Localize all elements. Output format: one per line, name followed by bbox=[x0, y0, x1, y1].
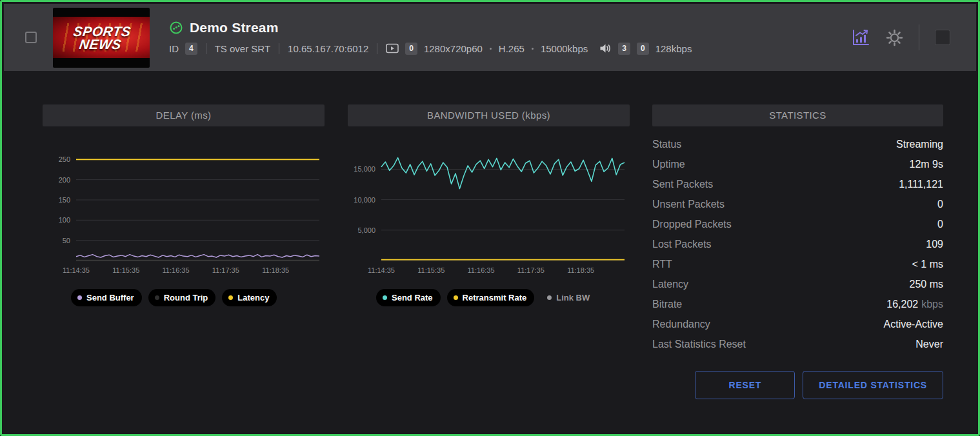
svg-text:11:14:35: 11:14:35 bbox=[368, 266, 395, 274]
header-actions bbox=[851, 25, 962, 50]
stat-row-bitrate: Bitrate16,202kbps bbox=[652, 294, 943, 314]
statistics-buttons: RESET DETAILED STATISTICS bbox=[652, 371, 943, 399]
legend-send-buffer[interactable]: Send Buffer bbox=[71, 289, 142, 306]
stat-value: 1,111,121 bbox=[899, 179, 943, 190]
stream-info: Demo Stream ID 4 TS over SRT 10.65.167.7… bbox=[169, 20, 692, 54]
stat-label: Dropped Packets bbox=[652, 219, 732, 230]
stream-card: SPORTS NEWS Demo Stream ID 4 bbox=[0, 0, 980, 436]
svg-text:11:17:35: 11:17:35 bbox=[212, 266, 239, 274]
send-buffer-dot bbox=[77, 295, 82, 300]
resolution-label: 1280x720p60 bbox=[424, 43, 483, 54]
retransmit-rate-dot bbox=[454, 295, 458, 300]
legend-latency[interactable]: Latency bbox=[222, 289, 277, 306]
stream-thumbnail[interactable]: SPORTS NEWS bbox=[53, 8, 150, 68]
gear-icon[interactable] bbox=[886, 29, 903, 46]
header-divider bbox=[919, 25, 919, 50]
stream-select-checkbox[interactable] bbox=[25, 32, 37, 43]
delay-panel-title: DELAY (ms) bbox=[43, 104, 325, 126]
stat-label: Status bbox=[652, 139, 681, 150]
bandwidth-panel-title: BANDWIDTH USED (kbps) bbox=[348, 104, 630, 126]
stat-value: 12m 9s bbox=[910, 159, 943, 170]
audio-channel-badge: 0 bbox=[637, 43, 649, 54]
stat-row-unsent-packets: Unsent Packets0 bbox=[652, 194, 943, 214]
svg-text:100: 100 bbox=[59, 216, 70, 224]
stat-unit: kbps bbox=[921, 299, 943, 310]
statistics-icon[interactable] bbox=[851, 28, 870, 46]
audio-track-badge: 3 bbox=[618, 43, 630, 54]
stat-value: 250 ms bbox=[910, 279, 943, 290]
svg-text:11:18:35: 11:18:35 bbox=[567, 266, 594, 274]
svg-text:11:17:35: 11:17:35 bbox=[517, 266, 545, 274]
bandwidth-legend: Send RateRetransmit RateLink BW bbox=[348, 289, 630, 306]
svg-text:15,000: 15,000 bbox=[354, 165, 375, 173]
legend-link-bw[interactable]: Link BW bbox=[541, 289, 597, 306]
bandwidth-panel: BANDWIDTH USED (kbps) 5,00010,00015,0001… bbox=[348, 104, 630, 399]
statistics-panel: STATISTICS StatusStreamingUptime12m 9sSe… bbox=[652, 104, 943, 399]
stream-title: Demo Stream bbox=[190, 20, 279, 35]
stat-label: Lost Packets bbox=[652, 239, 712, 250]
svg-text:11:16:35: 11:16:35 bbox=[163, 266, 190, 274]
delay-panel: DELAY (ms) 5010015020025011:14:3511:15:3… bbox=[43, 104, 325, 399]
stat-label: Last Statistics Reset bbox=[652, 339, 746, 350]
svg-text:200: 200 bbox=[59, 176, 70, 184]
statistics-panel-title: STATISTICS bbox=[652, 104, 943, 126]
stream-header: SPORTS NEWS Demo Stream ID 4 bbox=[4, 4, 976, 71]
stat-row-sent-packets: Sent Packets1,111,121 bbox=[652, 174, 943, 194]
separator bbox=[377, 43, 377, 54]
svg-text:11:18:35: 11:18:35 bbox=[262, 266, 289, 274]
delay-chart: 5010015020025011:14:3511:15:3511:16:3511… bbox=[43, 143, 325, 281]
legend-retransmit-rate[interactable]: Retransmit Rate bbox=[447, 289, 535, 306]
latency-dot bbox=[228, 295, 233, 300]
stat-value: 0 bbox=[937, 219, 943, 230]
stat-value: 109 bbox=[926, 239, 943, 250]
stream-detail-content: DELAY (ms) 5010015020025011:14:3511:15:3… bbox=[4, 71, 976, 399]
id-label: ID bbox=[169, 43, 179, 54]
stat-row-rtt: RTT< 1 ms bbox=[652, 254, 943, 274]
link-bw-dot bbox=[547, 295, 552, 300]
svg-text:5,000: 5,000 bbox=[357, 226, 375, 234]
id-badge: 4 bbox=[185, 43, 197, 54]
stat-row-lost-packets: Lost Packets109 bbox=[652, 234, 943, 254]
separator bbox=[206, 43, 206, 54]
reset-button[interactable]: RESET bbox=[695, 371, 795, 399]
legend-label: Latency bbox=[237, 293, 269, 302]
stat-label: Latency bbox=[652, 279, 688, 290]
stat-value: Active-Active bbox=[884, 319, 943, 330]
svg-text:50: 50 bbox=[63, 237, 70, 244]
svg-text:150: 150 bbox=[59, 196, 70, 204]
thumbnail-toggle[interactable] bbox=[935, 30, 950, 45]
stat-label: Uptime bbox=[652, 159, 685, 170]
legend-round-trip[interactable]: Round Trip bbox=[148, 289, 216, 306]
legend-label: Send Rate bbox=[392, 293, 433, 302]
stat-value: 16,202kbps bbox=[886, 299, 943, 310]
stat-label: Unsent Packets bbox=[652, 199, 725, 210]
stat-row-last-statistics-reset: Last Statistics ResetNever bbox=[652, 334, 943, 354]
stat-row-latency: Latency250 ms bbox=[652, 274, 943, 294]
svg-text:11:14:35: 11:14:35 bbox=[63, 266, 90, 274]
video-track-icon bbox=[386, 43, 399, 54]
send-rate-dot bbox=[383, 295, 387, 300]
audio-bitrate-label: 128kbps bbox=[655, 43, 692, 54]
svg-text:10,000: 10,000 bbox=[354, 196, 375, 204]
svg-text:250: 250 bbox=[59, 155, 70, 163]
stat-value: Streaming bbox=[896, 139, 943, 150]
audio-icon bbox=[599, 43, 612, 54]
video-track-badge: 0 bbox=[405, 43, 417, 54]
stat-label: Sent Packets bbox=[652, 179, 713, 190]
svg-text:11:15:35: 11:15:35 bbox=[112, 266, 139, 274]
stat-label: Bitrate bbox=[652, 299, 682, 310]
stat-label: RTT bbox=[652, 259, 672, 270]
stat-row-dropped-packets: Dropped Packets0 bbox=[652, 214, 943, 234]
stat-row-uptime: Uptime12m 9s bbox=[652, 154, 943, 174]
stream-status-icon bbox=[169, 21, 183, 35]
legend-label: Round Trip bbox=[164, 293, 208, 302]
legend-label: Retransmit Rate bbox=[463, 293, 527, 302]
separator bbox=[279, 43, 279, 54]
thumbnail-text: SPORTS NEWS bbox=[53, 8, 150, 68]
legend-send-rate[interactable]: Send Rate bbox=[376, 289, 441, 306]
svg-text:11:15:35: 11:15:35 bbox=[417, 266, 445, 274]
bandwidth-chart: 5,00010,00015,00011:14:3511:15:3511:16:3… bbox=[348, 143, 630, 281]
stat-value: 0 bbox=[937, 199, 943, 210]
detailed-statistics-button[interactable]: DETAILED STATISTICS bbox=[803, 371, 943, 399]
legend-label: Link BW bbox=[556, 293, 590, 302]
